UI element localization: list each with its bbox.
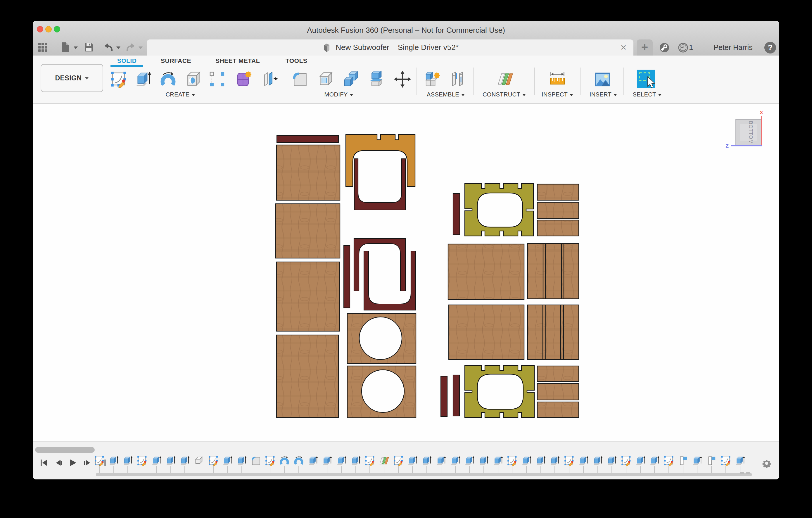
panel-slat-2b[interactable] — [537, 383, 579, 400]
timeline-feature-sketch[interactable] — [720, 455, 731, 466]
play-button[interactable] — [67, 458, 78, 468]
timeline-feature-extrude[interactable] — [578, 455, 589, 466]
panel-baffle-brace-maroon[interactable] — [354, 238, 405, 291]
file-menu-caret-icon[interactable] — [74, 47, 78, 49]
timeline-feature-sketch[interactable] — [208, 455, 219, 466]
timeline-feature-extrude[interactable] — [421, 455, 432, 466]
timeline-feature-sketch[interactable] — [264, 455, 276, 466]
timeline-feature-extrude[interactable] — [649, 455, 660, 466]
user-name[interactable]: Peter Harris — [705, 43, 761, 52]
panel-brace-strip-2[interactable] — [453, 194, 460, 235]
timeline-feature-sketch[interactable] — [563, 455, 575, 466]
panel-brace-strip-3[interactable] — [441, 376, 447, 416]
timeline-feature-revolve[interactable] — [279, 455, 290, 466]
hole-icon[interactable] — [185, 70, 203, 88]
job-status-wrench-icon[interactable] — [659, 42, 670, 54]
measure-icon[interactable] — [548, 70, 567, 88]
press-pull-icon[interactable] — [261, 70, 279, 88]
fillet-icon[interactable] — [291, 70, 309, 88]
construction-plane-icon[interactable] — [496, 70, 514, 88]
new-component-icon[interactable] — [424, 70, 442, 88]
timeline-feature-extrude[interactable] — [350, 455, 361, 466]
help-button[interactable]: ? — [764, 42, 776, 54]
tab-tools[interactable]: TOOLS — [286, 57, 307, 64]
file-menu-icon[interactable] — [60, 41, 71, 53]
panel-driver-baffle-2[interactable] — [347, 366, 416, 418]
inspect-group-label[interactable]: INSPECT — [542, 91, 573, 98]
timeline-feature-extrude[interactable] — [606, 455, 617, 466]
timeline-feature-box[interactable] — [194, 455, 205, 466]
timeline-feature-extrude[interactable] — [450, 455, 461, 466]
timeline-feature-extrude[interactable] — [222, 455, 233, 466]
timeline-feature-flag[interactable] — [677, 455, 689, 466]
create-form-icon[interactable] — [234, 70, 253, 88]
view-cube[interactable]: BOTTOM X Z — [726, 110, 763, 149]
timeline-feature-sketch[interactable] — [393, 455, 404, 466]
timeline-feature-extrude[interactable] — [336, 455, 347, 466]
timeline-feature-sketch[interactable] — [94, 455, 105, 466]
undo-caret-icon[interactable] — [116, 47, 120, 49]
select-icon[interactable] — [636, 69, 656, 89]
panel-side-4[interactable] — [277, 335, 339, 418]
tab-solid[interactable]: SOLID — [117, 57, 137, 64]
timeline-feature-extrude[interactable] — [321, 455, 332, 466]
panel-side-2[interactable] — [276, 204, 340, 258]
timeline-feature-extrude[interactable] — [165, 455, 176, 466]
modify-group-label[interactable]: MODIFY — [324, 91, 353, 98]
panel-top-2[interactable] — [449, 305, 524, 359]
panel-bracket-olive-2[interactable] — [465, 366, 534, 418]
timeline-feature-fillet[interactable] — [251, 455, 262, 466]
timeline-feature-revolve[interactable] — [293, 455, 304, 466]
panel-port-channel-top[interactable] — [354, 159, 405, 210]
timeline-feature-extrude[interactable] — [151, 455, 162, 466]
timeline-feature-extrude[interactable] — [236, 455, 247, 466]
timeline-feature-extrude[interactable] — [493, 455, 504, 466]
panel-top-rail-strip[interactable] — [277, 135, 339, 142]
construct-group-label[interactable]: CONSTRUCT — [483, 91, 526, 98]
save-icon[interactable] — [83, 41, 95, 53]
document-tab[interactable]: New Subwoofer – Single Driver v52* ✕ — [147, 39, 633, 56]
timeline-feature-extrude[interactable] — [549, 455, 560, 466]
panel-slat-1c[interactable] — [537, 220, 579, 236]
timeline-feature-extrude[interactable] — [308, 455, 319, 466]
assemble-group-label[interactable]: ASSEMBLE — [427, 91, 465, 98]
panel-port-channel-bottom[interactable] — [364, 251, 416, 310]
skip-to-start-button[interactable] — [38, 458, 49, 468]
undo-icon[interactable] — [103, 41, 115, 53]
timeline-feature-extrude[interactable] — [692, 455, 703, 466]
timeline-feature-extrude[interactable] — [535, 455, 546, 466]
redo-icon[interactable] — [124, 41, 136, 53]
revolve-icon[interactable] — [159, 70, 177, 88]
panel-side-3[interactable] — [277, 262, 339, 331]
panel-kerf-1[interactable] — [528, 243, 579, 299]
timeline-settings-gear-icon[interactable] — [761, 458, 773, 469]
insert-group-label[interactable]: INSERT — [589, 91, 617, 98]
rectangular-pattern-icon[interactable] — [208, 70, 226, 88]
panel-driver-baffle-1[interactable] — [347, 313, 416, 363]
panel-slat-2c[interactable] — [537, 402, 579, 418]
timeline-feature-flag[interactable] — [706, 455, 717, 466]
panel-side-1[interactable] — [277, 145, 340, 200]
create-group-label[interactable]: CREATE — [166, 91, 195, 98]
close-tab-icon[interactable]: ✕ — [618, 42, 629, 53]
redo-caret-icon[interactable] — [139, 47, 143, 49]
timeline-feature-extrude[interactable] — [122, 455, 133, 466]
panel-slat-2a[interactable] — [537, 366, 579, 381]
split-body-icon[interactable] — [368, 70, 386, 88]
version-clock-icon[interactable] — [677, 42, 689, 54]
step-forward-button[interactable] — [82, 458, 92, 468]
timeline-feature-extrude[interactable] — [734, 455, 746, 466]
panel-slat-1b[interactable] — [537, 202, 579, 219]
timeline-track[interactable] — [96, 473, 752, 476]
timeline-feature-sketch[interactable] — [364, 455, 375, 466]
timeline-feature-extrude[interactable] — [592, 455, 603, 466]
timeline-feature-extrude[interactable] — [108, 455, 119, 466]
timeline-feature-sketch[interactable] — [620, 455, 632, 466]
timeline-feature-extrude[interactable] — [407, 455, 418, 466]
select-group-label[interactable]: SELECT — [633, 91, 662, 98]
design-workspace-menu[interactable]: DESIGN — [40, 64, 103, 92]
create-sketch-icon[interactable] — [110, 70, 128, 88]
new-tab-button[interactable]: + — [637, 39, 653, 56]
timeline-scrollbar[interactable] — [35, 447, 95, 453]
timeline-feature-extrude[interactable] — [179, 455, 190, 466]
